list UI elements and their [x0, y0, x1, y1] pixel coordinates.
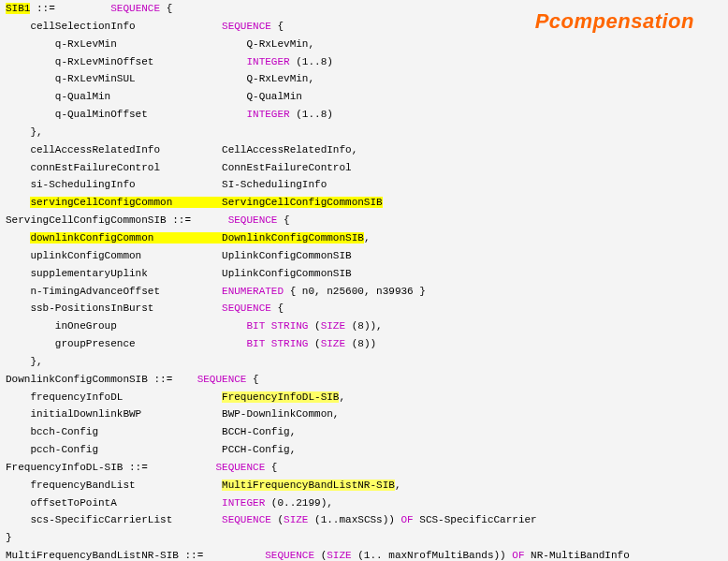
- code-line: n-TimingAdvanceOffset ENUMERATED { n0, n…: [0, 283, 728, 301]
- code-line: downlinkConfigCommon DownlinkConfigCommo…: [0, 229, 728, 247]
- code-line: q-RxLevMin Q-RxLevMin,: [0, 36, 728, 53]
- code-line: initialDownlinkBWP BWP-DownlinkCommon,: [0, 406, 728, 423]
- code-line: supplementaryUplink UplinkConfigCommonSI…: [0, 265, 728, 283]
- code-line: q-QualMinOffset INTEGER (1..8): [0, 106, 728, 124]
- code-line: },: [0, 124, 728, 141]
- code-line: scs-SpecificCarrierList SEQUENCE (SIZE (…: [0, 511, 728, 529]
- asn1-code-block: SIB1 ::= SEQUENCE { cellSelectionInfo SE…: [0, 0, 728, 561]
- code-line: servingCellConfigCommon ServingCellConfi…: [0, 194, 728, 212]
- code-line: q-RxLevMinOffset INTEGER (1..8): [0, 53, 728, 71]
- code-line: DownlinkConfigCommonSIB ::= SEQUENCE {: [0, 371, 728, 389]
- code-line: q-QualMin Q-QualMin: [0, 88, 728, 106]
- code-line: q-RxLevMinSUL Q-RxLevMin,: [0, 70, 728, 88]
- code-line: cellAccessRelatedInfo CellAccessRelatedI…: [0, 141, 728, 159]
- code-line: si-SchedulingInfo SI-SchedulingInfo: [0, 176, 728, 194]
- code-line: uplinkConfigCommon UplinkConfigCommonSIB: [0, 247, 728, 265]
- page-title: Pcompensation: [535, 7, 694, 36]
- code-line: frequencyInfoDL FrequencyInfoDL-SIB,: [0, 389, 728, 406]
- code-line: pcch-Config PCCH-Config,: [0, 441, 728, 459]
- code-line: groupPresence BIT STRING (SIZE (8)): [0, 335, 728, 353]
- code-line: MultiFrequencyBandListNR-SIB ::= SEQUENC…: [0, 547, 728, 561]
- code-line: ServingCellConfigCommonSIB ::= SEQUENCE …: [0, 212, 728, 229]
- code-line: offsetToPointA INTEGER (0..2199),: [0, 495, 728, 512]
- code-line: FrequencyInfoDL-SIB ::= SEQUENCE {: [0, 459, 728, 477]
- code-line: frequencyBandList MultiFrequencyBandList…: [0, 477, 728, 495]
- code-line: }: [0, 529, 728, 547]
- code-line: bcch-Config BCCH-Config,: [0, 423, 728, 441]
- code-line: inOneGroup BIT STRING (SIZE (8)),: [0, 317, 728, 335]
- code-line: connEstFailureControl ConnEstFailureCont…: [0, 159, 728, 177]
- code-line: },: [0, 353, 728, 371]
- code-line: ssb-PositionsInBurst SEQUENCE {: [0, 300, 728, 317]
